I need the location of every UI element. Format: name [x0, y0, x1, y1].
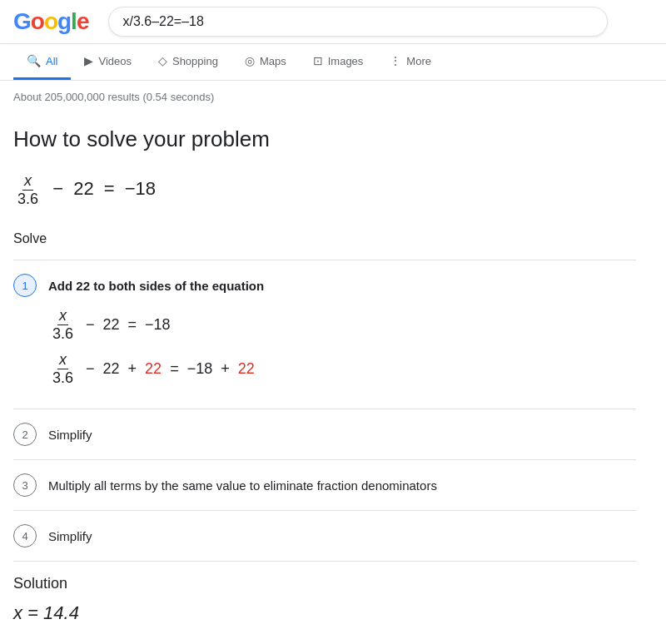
main-equation: x 3.6 − 22 = −18: [13, 166, 636, 215]
step-3-title: Multiply all terms by the same value to …: [48, 478, 437, 493]
more-icon: ⋮: [390, 54, 401, 67]
step-1-eq-line1: x 3.6 − 22 = −18: [48, 307, 636, 343]
step-1-detail: x 3.6 − 22 = −18 x 3.6 − 22 + 22 = −18: [13, 297, 636, 387]
step-4: 4 Simplify: [13, 510, 636, 561]
images-icon: ⊡: [313, 54, 323, 67]
solution-equation: x = 14.4: [13, 602, 636, 624]
step-3-header: 3 Multiply all terms by the same value t…: [13, 473, 636, 497]
results-info: About 205,000,000 results (0.54 seconds): [0, 81, 666, 113]
tab-shopping[interactable]: ◇ Shopping: [145, 44, 231, 80]
tab-more[interactable]: ⋮ More: [376, 44, 445, 80]
video-icon: ▶: [84, 54, 93, 67]
step-2-header: 2 Simplify: [13, 423, 636, 446]
tab-videos[interactable]: ▶ Videos: [71, 44, 145, 80]
step-1-circle: 1: [13, 274, 37, 297]
step-2: 2 Simplify: [13, 409, 636, 459]
solution-label: Solution: [13, 575, 636, 592]
step-3-circle: 3: [13, 473, 37, 497]
maps-icon: ◎: [245, 54, 255, 67]
solver-title: How to solve your problem: [13, 126, 636, 152]
tab-all[interactable]: 🔍 All: [13, 44, 71, 80]
solve-label: Solve: [13, 231, 636, 246]
fraction-display: x 3.6: [16, 172, 40, 208]
step-2-title: Simplify: [48, 428, 92, 442]
step-1-title: Add 22 to both sides of the equation: [48, 279, 264, 293]
tab-maps[interactable]: ◎ Maps: [231, 44, 300, 80]
step-1-eq-line2: x 3.6 − 22 + 22 = −18 + 22: [48, 351, 636, 387]
tab-images[interactable]: ⊡ Images: [300, 44, 377, 80]
step-4-header: 4 Simplify: [13, 524, 636, 547]
google-logo[interactable]: Google: [13, 8, 88, 35]
step-1: 1 Add 22 to both sides of the equation x…: [13, 260, 636, 409]
search-icon: 🔍: [27, 54, 41, 67]
solution-section: Solution x = 14.4: [13, 561, 636, 624]
step-1-header: 1 Add 22 to both sides of the equation: [13, 274, 636, 297]
search-input[interactable]: [108, 7, 608, 37]
step-2-circle: 2: [13, 423, 37, 446]
main-content: How to solve your problem x 3.6 − 22 = −…: [0, 113, 649, 644]
shopping-icon: ◇: [158, 54, 167, 67]
step-4-circle: 4: [13, 524, 37, 547]
step-4-title: Simplify: [48, 529, 92, 543]
header: Google: [0, 0, 666, 44]
step-3: 3 Multiply all terms by the same value t…: [13, 459, 636, 510]
nav-tabs: 🔍 All ▶ Videos ◇ Shopping ◎ Maps ⊡ Image…: [0, 44, 666, 81]
